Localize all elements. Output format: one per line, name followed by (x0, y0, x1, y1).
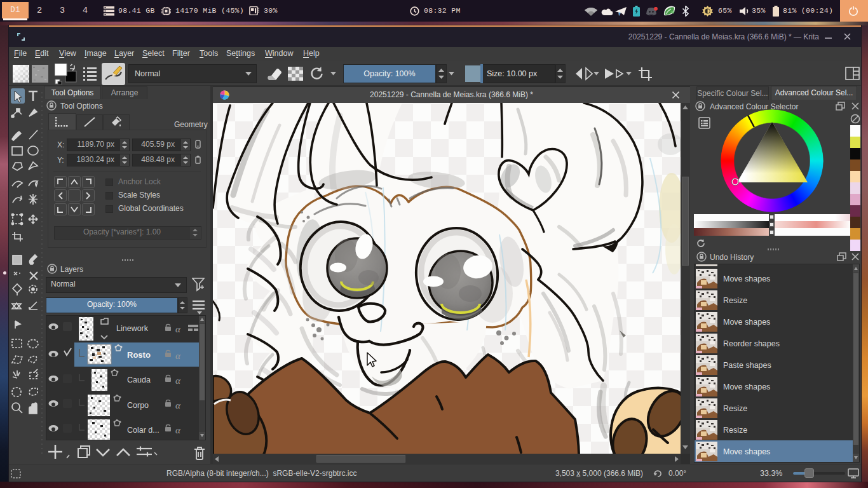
svg-text:Corpo: Corpo (127, 401, 149, 410)
svg-text:Linework: Linework (116, 324, 149, 333)
svg-text:Rosto: Rosto (127, 350, 151, 360)
svg-text:Reorder shapes: Reorder shapes (723, 339, 780, 348)
svg-text:Resize: Resize (723, 296, 747, 305)
svg-text:Resize: Resize (723, 426, 747, 435)
svg-text:Move shapes: Move shapes (723, 318, 770, 327)
svg-text:Cauda: Cauda (127, 376, 151, 384)
svg-text:Resize: Resize (723, 404, 747, 413)
svg-text:Move shapes: Move shapes (723, 447, 770, 456)
svg-text:Paste shapes: Paste shapes (723, 361, 771, 370)
svg-text:Move shapes: Move shapes (723, 383, 770, 391)
svg-text:Colar d...: Colar d... (127, 426, 159, 435)
svg-text:Move shapes: Move shapes (723, 274, 770, 283)
